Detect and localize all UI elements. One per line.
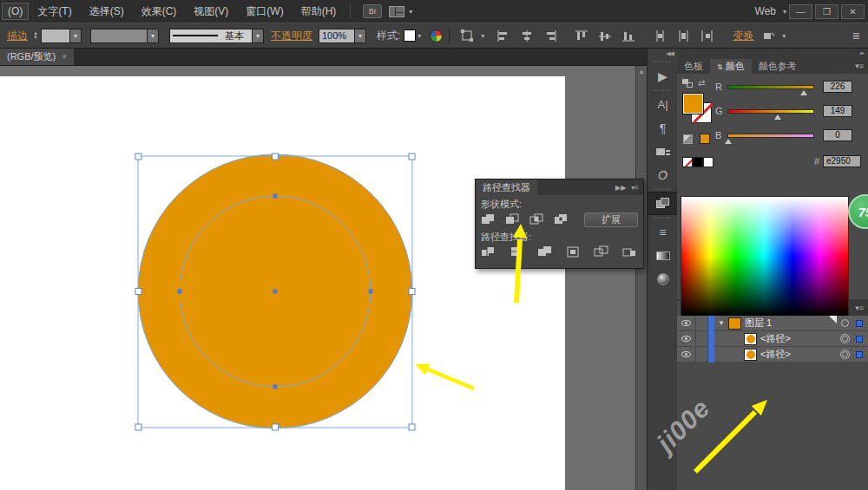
align-right-icon[interactable] bbox=[543, 29, 558, 42]
menu-item-select[interactable]: 选择(S) bbox=[81, 0, 133, 23]
bounding-box-icon[interactable] bbox=[460, 29, 475, 42]
chevron-down-icon[interactable]: ▼ bbox=[70, 29, 82, 43]
style-swatch[interactable] bbox=[404, 29, 416, 42]
transparency-panel-icon[interactable] bbox=[648, 267, 678, 291]
opacity-input[interactable]: 100% bbox=[319, 29, 355, 43]
menu-item-view[interactable]: 视图(V) bbox=[185, 0, 237, 23]
paragraph-styles-panel-icon[interactable] bbox=[648, 140, 678, 163]
align-center-v-icon[interactable] bbox=[598, 29, 613, 42]
align-center-h-icon[interactable] bbox=[520, 29, 535, 42]
white-swatch[interactable] bbox=[703, 157, 713, 167]
chevron-down-icon[interactable]: ▾ bbox=[418, 32, 421, 40]
target-indicator[interactable] bbox=[837, 350, 852, 359]
intersect-button[interactable] bbox=[529, 213, 545, 226]
hex-input[interactable]: e2950 bbox=[823, 155, 861, 167]
blue-value-field[interactable]: 0 bbox=[823, 129, 852, 141]
panel-menu-icon[interactable]: ▾≡ bbox=[631, 184, 639, 192]
workspace-layout-icon[interactable] bbox=[389, 6, 404, 17]
panel-menu-icon[interactable]: ▾≡ bbox=[855, 301, 868, 316]
blue-slider[interactable] bbox=[727, 134, 814, 138]
swap-fill-stroke-icon[interactable]: ⇄ bbox=[698, 78, 705, 88]
recolor-artwork-icon[interactable] bbox=[430, 29, 443, 42]
trim-button[interactable] bbox=[510, 245, 525, 258]
document-tab[interactable]: (RGB/预览) × bbox=[0, 49, 74, 65]
outline-button[interactable] bbox=[594, 245, 609, 258]
character-panel-icon[interactable]: A| bbox=[648, 93, 678, 116]
chevron-down-icon[interactable]: ▼ bbox=[148, 29, 159, 43]
color-spectrum[interactable] bbox=[681, 196, 849, 317]
panel-menu-icon[interactable]: ▾≡ bbox=[855, 59, 868, 74]
pathfinder-panel-icon[interactable] bbox=[648, 192, 678, 215]
width-profile-select[interactable] bbox=[90, 29, 148, 43]
visibility-toggle[interactable] bbox=[677, 347, 696, 363]
tab-swatches[interactable]: 色板 bbox=[677, 59, 710, 74]
opentype-panel-icon[interactable]: O bbox=[648, 163, 678, 186]
pathfinder-panel-titlebar[interactable]: 路径查找器 ▶▶ ▾≡ bbox=[476, 180, 643, 195]
restore-button[interactable]: ❐ bbox=[815, 4, 838, 19]
web-color-cube-icon[interactable] bbox=[683, 134, 693, 144]
path-thumbnail[interactable] bbox=[744, 333, 757, 345]
slider-thumb[interactable] bbox=[774, 114, 781, 120]
web-safe-color-chip[interactable] bbox=[700, 134, 710, 144]
scroll-up-icon[interactable]: ▲ bbox=[636, 66, 647, 78]
lock-toggle[interactable] bbox=[696, 347, 708, 363]
visibility-toggle[interactable] bbox=[677, 331, 696, 347]
selection-indicator[interactable] bbox=[852, 351, 866, 358]
lock-toggle[interactable] bbox=[696, 316, 708, 331]
chevron-down-icon[interactable]: ▼ bbox=[253, 29, 264, 43]
pathfinder-tab[interactable]: 路径查找器 bbox=[476, 180, 537, 195]
visibility-toggle[interactable] bbox=[677, 316, 696, 331]
selection-indicator[interactable] bbox=[852, 320, 866, 327]
crop-button[interactable] bbox=[566, 245, 582, 258]
bridge-icon[interactable]: Br bbox=[363, 4, 382, 18]
align-bottom-icon[interactable] bbox=[621, 29, 636, 42]
unite-button[interactable] bbox=[481, 213, 496, 226]
menu-item-object[interactable]: (O) bbox=[2, 3, 29, 20]
none-swatch[interactable] bbox=[682, 157, 693, 167]
layer-name[interactable]: 图层 1 bbox=[745, 317, 772, 330]
layer-thumbnail[interactable] bbox=[728, 317, 741, 330]
merge-button[interactable] bbox=[537, 245, 553, 258]
tab-color[interactable]: ⇅ 颜色 bbox=[710, 59, 752, 74]
paragraph-panel-icon[interactable]: ¶ bbox=[648, 116, 678, 140]
expand-button[interactable]: 扩展 bbox=[584, 212, 638, 227]
chevron-down-icon[interactable]: ▼ bbox=[355, 29, 366, 43]
slider-thumb[interactable] bbox=[800, 90, 807, 95]
brush-definition-select[interactable]: 基本 bbox=[169, 29, 253, 43]
distribute-right-icon[interactable] bbox=[700, 29, 714, 42]
selection-indicator[interactable] bbox=[852, 336, 866, 343]
exclude-button[interactable] bbox=[554, 213, 569, 226]
actions-panel-icon[interactable]: ▶ bbox=[648, 64, 678, 88]
minimize-button[interactable]: — bbox=[789, 4, 812, 19]
gradient-panel-icon[interactable] bbox=[648, 244, 678, 267]
align-left-icon[interactable] bbox=[496, 29, 511, 42]
minus-back-button[interactable] bbox=[622, 245, 638, 258]
align-top-icon[interactable] bbox=[575, 29, 589, 42]
layer-row-path2[interactable]: <路径> bbox=[677, 347, 868, 363]
divide-button[interactable] bbox=[481, 245, 496, 258]
stroke-weight-input[interactable] bbox=[41, 29, 70, 43]
green-value-field[interactable]: 149 bbox=[823, 105, 852, 117]
menu-item-help[interactable]: 帮助(H) bbox=[293, 0, 345, 23]
collapse-panel-icon[interactable]: ▶▶ bbox=[615, 184, 626, 192]
fill-swatch[interactable] bbox=[682, 93, 704, 114]
path-name[interactable]: <路径> bbox=[760, 348, 791, 361]
stroke-panel-icon[interactable]: ≡ bbox=[648, 220, 678, 244]
green-slider[interactable] bbox=[727, 109, 814, 114]
layer-row-path1[interactable]: <路径> bbox=[677, 331, 868, 347]
workspace-switcher[interactable]: Web bbox=[755, 5, 776, 17]
expand-triangle-icon[interactable]: ▼ bbox=[718, 319, 725, 327]
vertical-scrollbar[interactable]: ▲ bbox=[635, 66, 647, 490]
red-value-field[interactable]: 226 bbox=[823, 81, 852, 93]
chevron-down-icon[interactable]: ▾ bbox=[782, 32, 786, 40]
close-button[interactable]: ✕ bbox=[841, 4, 865, 19]
panel-menu-icon[interactable]: ≣ bbox=[852, 30, 859, 42]
menu-item-effect[interactable]: 效果(C) bbox=[133, 0, 186, 23]
layer-row-layer1[interactable]: ▼ 图层 1 bbox=[677, 316, 868, 331]
red-slider[interactable] bbox=[727, 85, 814, 89]
slider-thumb[interactable] bbox=[725, 139, 732, 144]
target-indicator[interactable] bbox=[837, 334, 852, 343]
stroke-weight-stepper[interactable]: ▲▼ bbox=[33, 31, 38, 40]
fill-stroke-mini-icon[interactable] bbox=[682, 79, 694, 88]
distribute-center-icon[interactable] bbox=[676, 29, 691, 42]
